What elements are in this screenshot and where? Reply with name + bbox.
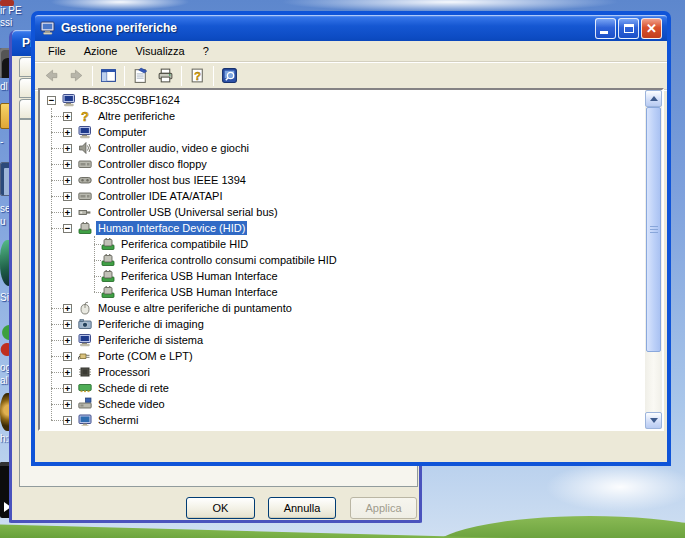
tree-item[interactable]: Periferica controllo consumi compatibile…	[40, 252, 339, 268]
vertical-scrollbar[interactable]	[645, 90, 662, 429]
tree-item[interactable]: +Controller disco floppy	[40, 156, 209, 172]
tree-item-label[interactable]: Schermi	[96, 413, 140, 427]
close-icon: ✕	[642, 20, 661, 38]
scrollbar-thumb[interactable]	[646, 107, 661, 352]
maximize-button[interactable]	[618, 18, 639, 39]
collapse-expander[interactable]: −	[47, 96, 56, 105]
tree-item[interactable]: −B-8C35CC9BF1624	[40, 92, 182, 108]
tree-connector	[51, 324, 63, 325]
scroll-down-button[interactable]	[645, 412, 662, 429]
tree-item[interactable]: +Schede di rete	[40, 380, 171, 396]
window-titlebar[interactable]: Gestione periferiche ✕	[31, 11, 671, 41]
tree-item-label[interactable]: Altre periferiche	[96, 109, 177, 123]
expand-expander[interactable]: +	[63, 304, 72, 313]
tree-connector	[51, 404, 63, 405]
tree-item-label[interactable]: Controller host bus IEEE 1394	[96, 173, 248, 187]
tree-item-label[interactable]: Periferiche di imaging	[96, 317, 206, 331]
tree-item[interactable]: Periferica USB Human Interface	[40, 284, 280, 300]
expand-expander[interactable]: +	[63, 112, 72, 121]
tree-item[interactable]: +Computer	[40, 124, 148, 140]
tree-connector	[94, 292, 101, 293]
tree-item-label[interactable]: Human Interface Device (HID)	[96, 221, 247, 235]
expand-expander[interactable]: +	[63, 128, 72, 137]
menu-item-help[interactable]: ?	[194, 42, 218, 60]
tree-item-label[interactable]: Computer	[96, 125, 148, 139]
tree-item-label[interactable]: B-8C35CC9BF1624	[80, 93, 182, 107]
tree-item-label[interactable]: Controller disco floppy	[96, 157, 209, 171]
tree-item[interactable]: +Porte (COM e LPT)	[40, 348, 195, 364]
minimize-button[interactable]	[595, 18, 616, 39]
tree-item[interactable]: Periferica compatibile HID	[40, 236, 250, 252]
arrow-up-icon	[650, 96, 658, 101]
tree-item[interactable]: +Controller IDE ATA/ATAPI	[40, 188, 225, 204]
tree-item-label[interactable]: Periferiche di sistema	[96, 333, 205, 347]
tree-item-label[interactable]: Schede di rete	[96, 381, 171, 395]
maximize-icon	[624, 24, 634, 33]
scroll-up-button[interactable]	[645, 90, 662, 107]
device-tree-panel: −B-8C35CC9BF1624+?Altre periferiche+Comp…	[38, 88, 664, 431]
back-button[interactable]	[39, 64, 64, 88]
menu-item-azione[interactable]: Azione	[75, 42, 127, 60]
svg-text:?: ?	[81, 109, 89, 123]
expand-expander[interactable]: +	[63, 336, 72, 345]
tree-item[interactable]: +?Altre periferiche	[40, 108, 177, 124]
tree-item[interactable]: +Periferiche di imaging	[40, 316, 206, 332]
scan-hardware-changes-button[interactable]	[217, 64, 242, 88]
help-button[interactable]: ?	[185, 64, 210, 88]
desktop-icon-label: Si	[0, 292, 9, 303]
expand-expander[interactable]: +	[63, 320, 72, 329]
expand-expander[interactable]: +	[63, 160, 72, 169]
arrow-down-icon	[650, 418, 658, 423]
tree-item-label[interactable]: Mouse e altre periferiche di puntamento	[96, 301, 294, 315]
tree-item-label[interactable]: Controller USB (Universal serial bus)	[96, 205, 280, 219]
close-button[interactable]: ✕	[641, 18, 662, 39]
desktop-icon-label: -	[0, 136, 3, 147]
show-console-tree-button[interactable]	[96, 64, 121, 88]
expand-expander[interactable]: +	[63, 384, 72, 393]
tree-item[interactable]: +Controller audio, video e giochi	[40, 140, 251, 156]
tree-item-label[interactable]: Periferica controllo consumi compatibile…	[119, 253, 339, 267]
forward-button[interactable]	[64, 64, 89, 88]
tree-item[interactable]: −Human Interface Device (HID)	[40, 220, 247, 236]
expand-expander[interactable]: +	[63, 416, 72, 425]
wallpaper-hill	[430, 516, 685, 538]
monitor-icon	[78, 413, 92, 427]
tree-item-label[interactable]: Periferica USB Human Interface	[119, 269, 280, 283]
expand-expander[interactable]: +	[63, 208, 72, 217]
tree-item-label[interactable]: Controller audio, video e giochi	[96, 141, 251, 155]
expand-expander[interactable]: +	[63, 400, 72, 409]
tree-item-label[interactable]: Schede video	[96, 397, 167, 411]
tree-item-label[interactable]: Controller IDE ATA/ATAPI	[96, 189, 225, 203]
expand-expander[interactable]: +	[63, 192, 72, 201]
properties-button[interactable]	[128, 64, 153, 88]
tree-connector	[51, 356, 63, 357]
expand-expander[interactable]: +	[63, 176, 72, 185]
tree-connector	[51, 116, 63, 117]
tree-item[interactable]: Periferica USB Human Interface	[40, 268, 280, 284]
menu-item-file[interactable]: File	[39, 42, 75, 60]
collapse-expander[interactable]: −	[63, 224, 72, 233]
tree-item-label[interactable]: Periferica USB Human Interface	[119, 285, 280, 299]
tree-item-label[interactable]: Porte (COM e LPT)	[96, 349, 195, 363]
menu-item-visualizza[interactable]: Visualizza	[126, 42, 193, 60]
tree-item[interactable]: +Mouse e altre periferiche di puntamento	[40, 300, 294, 316]
expand-expander[interactable]: +	[63, 144, 72, 153]
desktop-icon-label: u	[0, 216, 6, 227]
expand-expander[interactable]: +	[63, 368, 72, 377]
tree-connector	[51, 164, 63, 165]
tree-item-label[interactable]: Processori	[96, 365, 152, 379]
expand-expander[interactable]: +	[63, 352, 72, 361]
tree-item[interactable]: +Controller host bus IEEE 1394	[40, 172, 248, 188]
menu-bar: FileAzioneVisualizza?	[35, 41, 667, 62]
print-button[interactable]	[153, 64, 178, 88]
tree-item[interactable]: +Periferiche di sistema	[40, 332, 205, 348]
ok-button[interactable]: OK	[186, 497, 255, 519]
annulla-button[interactable]: Annulla	[268, 497, 336, 519]
tree-item-label[interactable]: Periferica compatibile HID	[119, 237, 250, 251]
imaging-icon	[78, 317, 92, 331]
tree-connector	[51, 308, 63, 309]
tree-item[interactable]: +Schede video	[40, 396, 167, 412]
tree-item[interactable]: +Schermi	[40, 412, 140, 428]
tree-item[interactable]: +Controller USB (Universal serial bus)	[40, 204, 280, 220]
tree-item[interactable]: +Processori	[40, 364, 152, 380]
